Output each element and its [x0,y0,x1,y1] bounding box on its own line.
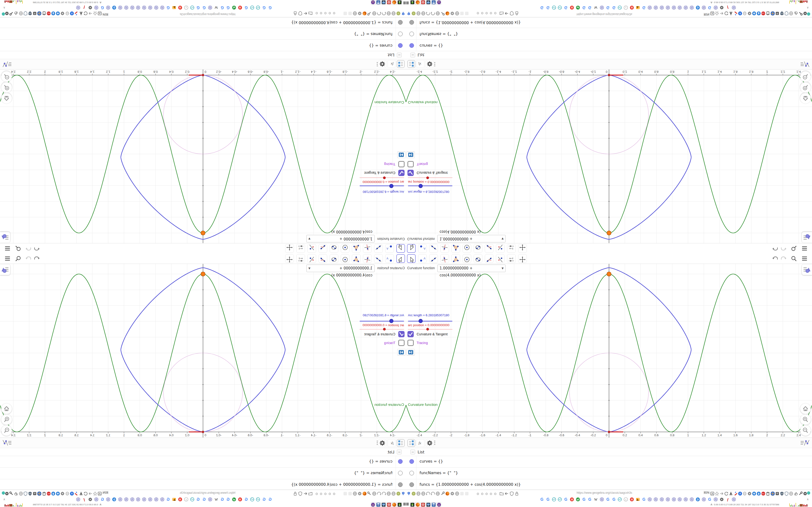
lav-icon[interactable] [76,497,81,502]
arc-position-slider-track[interactable] [408,329,452,330]
shieldUD-icon[interactable]: UD [779,11,784,16]
curvature-tangent-checkbox[interactable] [398,331,405,337]
zoom-in-button[interactable] [800,82,811,93]
collapse-minus-icon[interactable]: − [410,450,415,454]
shield-icon[interactable] [23,11,28,16]
graphics-stylebar-button[interactable] [802,232,812,243]
graphics-stylebar-button[interactable] [0,264,10,275]
plusc-icon[interactable] [752,11,756,16]
tile-monitor[interactable] [382,0,386,5]
info-icon[interactable]: i [184,5,189,10]
dblue-icon[interactable]: D [696,5,700,10]
lav-icon[interactable] [600,497,604,502]
G-icon[interactable]: G [100,497,105,502]
tool-slider[interactable]: a=2 [507,244,516,253]
redo-button[interactable] [780,255,787,262]
reload-icon[interactable] [83,11,88,16]
faint-icon[interactable] [343,11,348,16]
algebra-row-expression[interactable]: funcs = {1.00000000000 + cos(4.000000000… [291,20,393,25]
stripbar-function-fx-button[interactable]: fx [417,60,424,68]
yandex-icon[interactable]: Я [178,497,183,502]
tool-line[interactable] [429,244,438,253]
zoom-in-button[interactable] [1,414,12,425]
G-icon[interactable]: G [166,497,170,502]
globe-icon[interactable] [353,491,357,496]
lav-icon[interactable] [148,497,152,502]
lav-icon[interactable] [154,497,158,502]
dot-icon[interactable] [314,11,319,16]
gear-icon[interactable] [357,491,362,496]
dot-icon[interactable] [332,11,337,16]
lav-icon[interactable] [106,497,110,502]
shieldUD-icon[interactable]: UD [28,11,33,16]
stripbar-settings-gear-button[interactable] [378,60,386,68]
dot-icon[interactable] [475,491,480,496]
lav-icon[interactable] [654,5,658,10]
menu-button[interactable] [4,245,11,252]
arc-length-slider-track[interactable] [408,321,452,322]
menu-button[interactable] [4,255,11,262]
G-icon[interactable]: G [202,5,206,10]
function-dropdown[interactable]: 1.00000000000 + cos(4.00000000000 x) ▼ [306,235,374,242]
gauge-icon[interactable] [426,11,430,16]
tool-slider[interactable]: a=2 [296,254,305,263]
dot-icon[interactable] [319,11,323,16]
tile-floppy64[interactable]: 64 [431,0,436,5]
arc-length-slider-thumb[interactable] [418,184,423,188]
chevron-up-icon[interactable]: ∧ [3,498,5,501]
tool-move[interactable] [407,244,416,253]
home-button[interactable] [1,403,12,414]
pbox-icon[interactable] [33,11,37,16]
lock-icon[interactable] [293,11,298,16]
kebab-menu-icon[interactable] [434,60,436,67]
plusc-icon[interactable] [56,11,60,16]
graphics-stylebar-button[interactable] [0,232,10,243]
dot-icon[interactable] [319,491,323,496]
pin-icon[interactable] [406,491,411,496]
G-icon[interactable]: G [606,5,610,10]
dot-icon[interactable] [332,491,337,496]
stripbar-algebra-tree-view-button[interactable] [407,439,415,447]
faint-icon[interactable] [343,491,348,496]
tool-perpendicular-line[interactable] [363,254,372,263]
shield-icon[interactable] [784,11,789,16]
function-dropdown[interactable]: 1.00000000000 + cos(4.00000000000 x) ▼ [306,265,374,272]
tool-point[interactable]: A [418,254,427,263]
thumb-icon[interactable] [794,491,798,496]
tool-line[interactable] [374,244,383,253]
tool-perpendicular-line[interactable] [363,244,372,253]
pin-icon[interactable] [401,11,406,16]
plusc-icon[interactable] [56,491,60,496]
dot-icon[interactable] [493,491,498,496]
zoom-out-button[interactable] [1,425,12,436]
star-icon[interactable] [715,11,719,16]
tile-green-dark[interactable] [398,502,402,507]
lav-icon[interactable] [124,5,129,10]
globe-icon[interactable] [416,11,421,16]
teal-icon[interactable] [558,5,562,10]
globe-icon[interactable] [372,491,376,496]
pen-icon[interactable] [733,11,738,16]
trash-icon[interactable] [766,491,770,496]
G-icon[interactable]: G [612,5,616,10]
curvature-tangent-checkbox[interactable] [407,331,414,337]
address-bar[interactable]: https://www.geogebra.org/classic/aagcxh3… [176,12,239,16]
G-icon[interactable]: G [226,497,230,502]
corner-teal-icon[interactable] [1,11,5,16]
graphics-view[interactable]: -2.4-2.2-2-1.8-1.6-1.4-1.2-1-0.8-0.6-0.4… [406,69,812,243]
tile-monitor[interactable] [426,502,430,507]
tool-move-graphics-view[interactable] [518,254,527,263]
undo-button[interactable] [772,245,779,252]
curvature-tangent-checkbox[interactable] [398,170,405,176]
zoom-out-button[interactable] [800,425,811,436]
pbox-icon[interactable] [775,491,779,496]
trash-icon[interactable] [766,11,770,16]
downc-icon[interactable] [51,491,56,496]
G-icon[interactable]: G [540,497,544,502]
lav-icon[interactable] [690,5,694,10]
gear-icon[interactable] [60,11,65,16]
dot-icon[interactable] [323,11,328,16]
tile-floppy64[interactable]: 64 [376,502,381,507]
wrench-icon[interactable] [798,491,803,496]
visibility-toggle-empty[interactable] [398,471,403,475]
